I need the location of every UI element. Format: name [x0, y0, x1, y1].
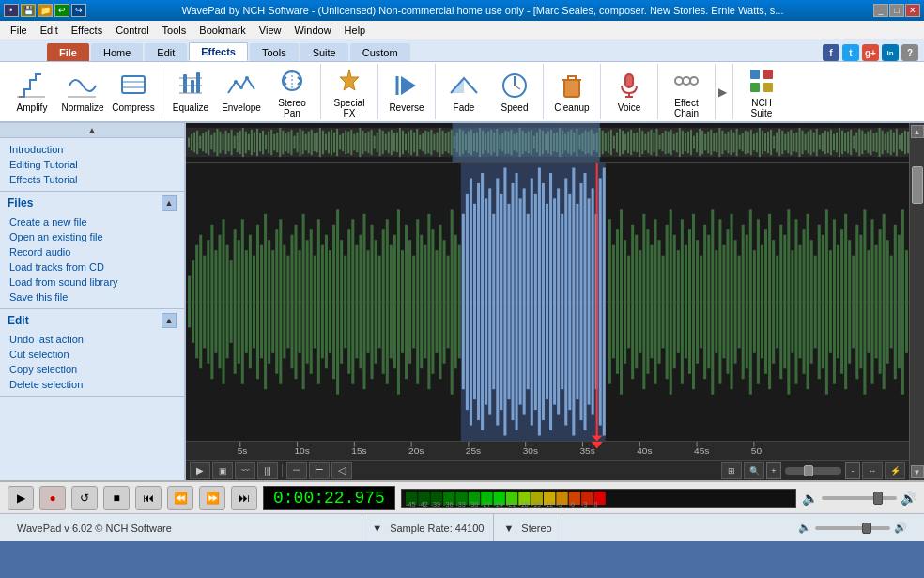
menu-edit[interactable]: Edit	[34, 23, 65, 38]
reverse-button[interactable]: Reverse	[382, 65, 431, 119]
tab-effects[interactable]: Effects	[189, 42, 248, 61]
tab-suite[interactable]: Suite	[300, 43, 348, 61]
next-button[interactable]: ⏭	[231, 486, 257, 510]
stereo-pan-button[interactable]: Stereo Pan	[268, 65, 316, 119]
link-load-tracks[interactable]: Load tracks from CD	[8, 259, 177, 274]
intro-link-effects[interactable]: Effects Tutorial	[8, 172, 177, 187]
volume-thumb[interactable]	[873, 492, 883, 505]
cleanup-button[interactable]: Cleanup	[547, 65, 596, 119]
nch-suite-button[interactable]: NCH Suite	[737, 65, 786, 119]
menu-window[interactable]: Window	[287, 23, 337, 38]
envelope-button[interactable]: Envelope	[217, 65, 266, 119]
status-samplerate[interactable]: ▼ Sample Rate: 44100	[362, 514, 494, 541]
normalize-button[interactable]: Normalize	[58, 65, 107, 119]
equalize-button[interactable]: Equalize	[166, 65, 215, 119]
speed-icon	[500, 70, 530, 101]
menu-file[interactable]: File	[4, 23, 34, 38]
forward-button[interactable]: ⏩	[199, 486, 225, 510]
minimize-button[interactable]: _	[873, 4, 888, 17]
wf-mark-btn[interactable]: ◁	[331, 462, 352, 479]
wf-zoom-sel-btn[interactable]: 🔍	[744, 462, 764, 479]
maximize-button[interactable]: □	[889, 4, 904, 17]
scroll-up-btn[interactable]: ▲	[911, 125, 924, 138]
effect-chain-button[interactable]: Effect Chain	[662, 65, 711, 119]
record-button[interactable]: ●	[39, 486, 66, 510]
play-button[interactable]: ▶	[8, 486, 34, 510]
loop-button[interactable]: ↺	[71, 486, 98, 510]
wf-scroll-btn[interactable]: ↔	[862, 462, 883, 479]
wf-bar-btn[interactable]: |||	[257, 462, 278, 479]
link-copy[interactable]: Copy selection	[8, 362, 177, 377]
link-create-new[interactable]: Create a new file	[8, 214, 177, 229]
fade-button[interactable]: Fade	[439, 65, 488, 119]
twitter-icon[interactable]: t	[842, 44, 859, 61]
intro-link-introduction[interactable]: Introduction	[8, 142, 177, 157]
status-channels[interactable]: ▼ Stereo	[494, 514, 562, 541]
edit-collapse-button[interactable]: ▲	[162, 313, 177, 328]
google-icon[interactable]: g+	[862, 44, 879, 61]
prev-button[interactable]: ⏮	[135, 486, 162, 510]
floppy-icon[interactable]: 💾	[21, 4, 36, 17]
redo-icon[interactable]: ↪	[71, 4, 86, 17]
panel-scroll-up[interactable]: ▲	[0, 123, 184, 138]
scroll-thumb[interactable]	[912, 166, 923, 204]
status-vol-thumb[interactable]	[862, 523, 871, 534]
menu-view[interactable]: View	[253, 23, 288, 38]
ribbon-more-button[interactable]: ▶	[716, 64, 729, 119]
link-save-file[interactable]: Save this file	[8, 289, 177, 305]
channels-dropdown[interactable]: ▼ Stereo	[503, 523, 551, 534]
wf-zoom-out-btn[interactable]: -	[845, 462, 860, 479]
close-button[interactable]: ✕	[905, 4, 920, 17]
intro-link-editing[interactable]: Editing Tutorial	[8, 157, 177, 172]
title-bar: ▪ 💾 📁 ↩ ↪ WavePad by NCH Software - (Unl…	[0, 0, 924, 21]
stop-button[interactable]: ■	[103, 486, 130, 510]
speed-button[interactable]: Speed	[490, 65, 539, 119]
voice-button[interactable]: Voice	[605, 65, 654, 119]
volume-track[interactable]	[822, 496, 897, 500]
link-delete[interactable]: Delete selection	[8, 377, 177, 392]
tab-file[interactable]: File	[47, 43, 89, 61]
tab-edit[interactable]: Edit	[145, 43, 187, 61]
compress-button[interactable]: Compress	[109, 65, 158, 119]
samplerate-dropdown[interactable]: ▼ Sample Rate: 44100	[372, 523, 484, 534]
menu-bookmark[interactable]: Bookmark	[192, 23, 253, 38]
wf-lock-btn[interactable]: ⚡	[885, 462, 905, 479]
wf-align-left-btn[interactable]: ⊣	[286, 462, 307, 479]
files-collapse-button[interactable]: ▲	[162, 195, 177, 211]
facebook-icon[interactable]: f	[823, 44, 839, 61]
special-fx-button[interactable]: Special FX	[325, 65, 374, 119]
wf-zoom-slider[interactable]	[785, 467, 841, 475]
menu-tools[interactable]: Tools	[156, 23, 193, 38]
wf-select-btn[interactable]: ▣	[212, 462, 233, 479]
wf-wave-btn[interactable]: 〰	[235, 462, 255, 479]
linkedin-icon[interactable]: in	[882, 44, 899, 61]
folder-icon[interactable]: 📁	[38, 4, 53, 17]
tab-tools[interactable]: Tools	[250, 43, 299, 61]
svg-rect-467	[867, 250, 870, 353]
wf-zoom-in-btn[interactable]: +	[766, 462, 781, 479]
tab-custom[interactable]: Custom	[350, 43, 410, 61]
menu-help[interactable]: Help	[338, 23, 373, 38]
amplify-button[interactable]: Amplify	[8, 65, 56, 119]
rewind-button[interactable]: ⏪	[167, 486, 193, 510]
link-record-audio[interactable]: Record audio	[8, 244, 177, 259]
link-cut[interactable]: Cut selection	[8, 347, 177, 362]
svg-rect-443	[776, 256, 778, 349]
help-icon[interactable]: ?	[901, 44, 918, 61]
status-vol-track[interactable]	[815, 526, 890, 530]
tab-home[interactable]: Home	[91, 43, 143, 61]
waveform-main[interactable]	[186, 163, 909, 441]
scroll-down-btn[interactable]: ▼	[911, 465, 924, 478]
right-scrollbar[interactable]: ▲ ▼	[909, 123, 924, 480]
svg-rect-356	[447, 256, 450, 349]
menu-control[interactable]: Control	[109, 23, 155, 38]
wf-play-btn[interactable]: ▶	[190, 462, 210, 479]
undo-icon[interactable]: ↩	[54, 4, 69, 17]
link-load-library[interactable]: Load from sound library	[8, 274, 177, 289]
link-open-existing[interactable]: Open an existing file	[8, 229, 177, 244]
wf-align-right-btn[interactable]: ⊢	[309, 462, 330, 479]
waveform-overview[interactable]	[186, 123, 909, 163]
link-undo[interactable]: Undo last action	[8, 332, 177, 347]
wf-zoom-fit-btn[interactable]: ⊞	[721, 462, 742, 479]
menu-effects[interactable]: Effects	[65, 23, 109, 38]
